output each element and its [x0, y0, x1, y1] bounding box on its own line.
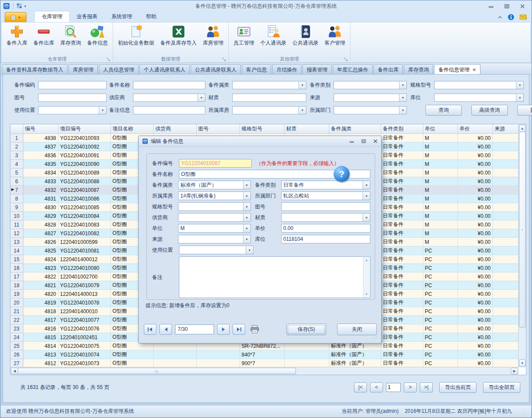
filter-select[interactable]: ▾ [334, 94, 407, 102]
filter-select[interactable]: ▾ [38, 106, 107, 114]
first-page-button[interactable]: |< [354, 382, 367, 392]
ribbon-button-personal-contacts[interactable]: 个人通讯录 [257, 23, 289, 48]
dropdown-arrow-icon[interactable]: ▾ [243, 203, 250, 211]
info-icon[interactable] [508, 14, 514, 20]
dropdown-arrow-icon[interactable]: ▾ [363, 214, 370, 221]
code-input[interactable]: YG12204010087 [179, 159, 252, 168]
scroll-left-icon[interactable]: ◀ [11, 368, 18, 374]
filter-select[interactable]: ▾ [434, 94, 524, 102]
filter-select[interactable]: ▾ [434, 81, 524, 89]
minimize-button[interactable] [350, 139, 354, 143]
scroll-up-icon[interactable]: ▲ [365, 258, 368, 262]
dropdown-arrow-icon[interactable]: ▾ [399, 81, 406, 89]
filter-input[interactable] [232, 94, 306, 102]
prev-page-button[interactable]: < [370, 382, 383, 392]
ribbon-button-stock-query[interactable]: 库存查询 [57, 23, 84, 48]
dialog-title-bar[interactable]: 编辑 备件信息 [139, 136, 381, 147]
filter-input[interactable] [133, 81, 205, 89]
dropdown-arrow-icon[interactable]: ▾ [516, 81, 523, 89]
column-header[interactable]: 材质 [284, 124, 329, 134]
ribbon-tab-help[interactable]: 帮助 [139, 11, 163, 22]
ribbon-button-employee-mgmt[interactable]: 员工管理 [230, 23, 257, 48]
dialog-launcher-icon[interactable] [222, 58, 226, 62]
first-record-button[interactable] [144, 324, 156, 335]
remark-textarea[interactable]: ▲▼ [179, 256, 370, 298]
resize-grip[interactable]: ⋰ [373, 336, 377, 340]
help-icon[interactable]: ? [334, 166, 350, 182]
source-select[interactable]: ▾ [178, 235, 250, 243]
dropdown-arrow-icon[interactable]: ▾ [243, 181, 250, 189]
new-button[interactable]: 新建 [517, 105, 532, 116]
dialog-launcher-icon[interactable] [344, 58, 348, 62]
collapse-ribbon-icon[interactable] [497, 16, 503, 19]
last-page-button[interactable]: >| [420, 382, 433, 392]
attr-select[interactable]: 标准件（国产）▾ [178, 181, 250, 189]
filter-select[interactable]: ▾ [334, 106, 407, 114]
price-input[interactable]: 0.00 [281, 224, 370, 233]
filter-input[interactable] [133, 106, 205, 114]
dropdown-arrow-icon[interactable]: ▾ [243, 235, 250, 243]
supplier-select[interactable]: ▾ [178, 213, 250, 222]
chevron-down-icon[interactable]: ▾ [24, 4, 26, 8]
column-header[interactable]: 备件属类 [329, 124, 381, 134]
scroll-down-icon[interactable]: ▼ [519, 360, 526, 367]
vertical-scrollbar[interactable]: ▲ ≡ ▼ [518, 124, 526, 367]
dropdown-arrow-icon[interactable]: ▾ [363, 192, 370, 200]
vertical-scroll-thumb[interactable]: ≡ [519, 132, 526, 327]
column-header[interactable]: 备件类别 [381, 124, 423, 134]
application-menu-button[interactable]: ▾ [5, 12, 26, 22]
ribbon-button-spare-out[interactable]: 备件出库 [30, 23, 57, 48]
column-header[interactable]: 编号 [23, 124, 58, 134]
column-header[interactable]: 项目名称 [110, 124, 153, 134]
scroll-right-icon[interactable]: ▶ [511, 368, 518, 374]
ribbon-button-spare-info[interactable]: 备件信息 [84, 23, 111, 48]
advanced-query-button[interactable]: 高级查询 [471, 105, 508, 116]
dropdown-arrow-icon[interactable]: ▾ [363, 181, 370, 189]
department-select[interactable]: 轧区点检站▾ [281, 191, 370, 200]
last-record-button[interactable] [233, 324, 245, 335]
ribbon-tab-reports[interactable]: 业务报表 [70, 11, 104, 22]
column-header[interactable]: 来源 [493, 124, 519, 134]
close-tab-icon[interactable]: ✕ [472, 67, 476, 73]
dropdown-arrow-icon[interactable]: ▾ [243, 224, 250, 232]
query-button[interactable]: 查询 [425, 105, 462, 116]
ribbon-button-public-contacts[interactable]: 公共通讯录 [289, 23, 321, 48]
close-button[interactable] [518, 3, 527, 9]
column-header[interactable]: 单位 [423, 124, 457, 134]
close-icon[interactable] [373, 139, 378, 143]
dropdown-arrow-icon[interactable]: ▾ [298, 81, 306, 89]
dropdown-arrow-icon[interactable]: ▾ [516, 94, 523, 101]
page-number-input[interactable] [386, 383, 401, 392]
close-dialog-button[interactable]: 关闭 [337, 324, 377, 335]
filter-select[interactable]: ▾ [334, 81, 407, 89]
dropdown-arrow-icon[interactable]: ▾ [399, 94, 406, 101]
prev-record-button[interactable] [159, 324, 172, 335]
use-position-select[interactable]: ▾ [179, 246, 253, 254]
dialog-launcher-icon[interactable] [107, 58, 110, 62]
column-header[interactable]: 单价 [457, 124, 493, 134]
ribbon-button-spare-in[interactable]: 备件入库 [3, 23, 30, 48]
restore-button[interactable] [502, 3, 512, 9]
column-header[interactable]: 图号 [196, 124, 240, 134]
dropdown-arrow-icon[interactable]: ▾ [298, 107, 306, 114]
mail-icon[interactable] [519, 14, 527, 20]
ribbon-button-customer-mgmt[interactable]: 客户管理 [321, 23, 348, 48]
horizontal-scrollbar[interactable]: ◀ ||| ▶ [10, 367, 519, 375]
dropdown-arrow-icon[interactable]: ▾ [243, 214, 250, 221]
dropdown-arrow-icon[interactable]: ▾ [399, 107, 406, 114]
column-header[interactable]: 项目编号 [58, 124, 110, 134]
type-select[interactable]: 日常备件▾ [281, 181, 370, 189]
drawing-input[interactable] [281, 202, 370, 211]
dropdown-arrow-icon[interactable]: ▾ [99, 107, 106, 114]
record-position[interactable]: 7/30 [175, 324, 214, 334]
next-record-button[interactable] [217, 324, 230, 335]
export-current-page-button[interactable]: 导出当前页 [439, 382, 477, 393]
filter-select[interactable]: ▾ [232, 81, 306, 89]
horizontal-scroll-thumb[interactable]: ||| [18, 368, 296, 374]
dropdown-arrow-icon[interactable]: ▾ [246, 246, 253, 254]
dropdown-arrow-icon[interactable]: ▾ [198, 94, 205, 101]
filter-select[interactable]: ▾ [232, 106, 306, 114]
textarea-scrollbar[interactable]: ▲▼ [363, 257, 370, 297]
maximize-button[interactable] [361, 139, 366, 143]
column-header[interactable]: 供货商 [153, 124, 196, 134]
